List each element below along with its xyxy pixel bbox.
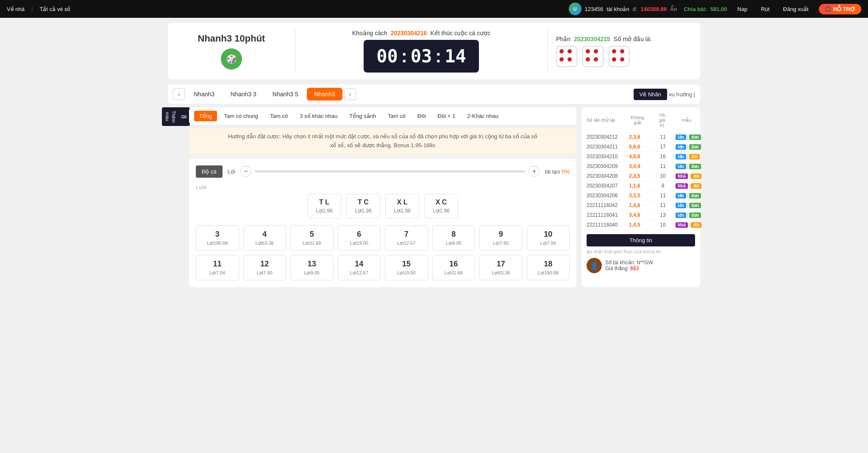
number-cell-6[interactable]: 6Lợi19.00 <box>338 225 381 251</box>
center-panel: Tổng Tam có chung Tam cô 3 số khác nhau … <box>189 107 576 287</box>
badge-type1[interactable]: lớn <box>676 193 686 199</box>
history-row: 20230304211 5,6,6 17 lớn | đơn <box>587 142 695 152</box>
thong-tin-button[interactable]: Thông tin <box>587 234 695 246</box>
tab-nhanh3-active[interactable]: Nhanh3 <box>307 88 342 101</box>
tab-prev-button[interactable]: ‹ <box>173 88 185 100</box>
avatar: U <box>569 3 581 15</box>
badge-type1[interactable]: lớn <box>676 164 686 169</box>
tab-nhanh3-5[interactable]: Nhanh3 5 <box>265 88 306 101</box>
betting-panel: Độ cá Lợi − + tái tạo 0% Lượt <box>189 159 576 287</box>
balance-prefix: đ: <box>633 6 637 12</box>
balance-amount: 140359.88 <box>641 6 667 12</box>
hidden-toggle[interactable]: Ẩn <box>670 6 677 12</box>
logout-button[interactable]: Đăng xuất <box>780 4 812 14</box>
badge-type1[interactable]: lớn <box>676 203 686 208</box>
timer-hours: 00 <box>376 46 398 67</box>
history-row: 22211116040 1,4,5 10 Nhỏ | đôi <box>587 220 695 230</box>
bet-tc[interactable]: T C Lợi1.96 <box>346 194 380 218</box>
dice-2 <box>582 46 604 67</box>
main-container: Nhanh3 10phút 🎲 Khoảng cách 20230304216 … <box>163 23 705 287</box>
ve-nhan-button[interactable]: Vẽ Nhãn <box>634 89 667 100</box>
filter-tam-co[interactable]: Tam cô <box>265 111 293 121</box>
bet-xl[interactable]: X L Lợi1.96 <box>385 194 419 218</box>
dot <box>594 49 598 53</box>
badge-type1[interactable]: lớn <box>676 144 686 150</box>
slider-track[interactable] <box>255 170 526 173</box>
badge-type1[interactable]: Nhỏ <box>676 183 688 189</box>
filter-3-so[interactable]: 3 số khác nhau <box>295 111 342 121</box>
badge-type1[interactable]: lớn <box>676 213 686 218</box>
number-cell-3[interactable]: 3Lợi190.08 <box>196 225 239 251</box>
do-ca-button[interactable]: Độ cá <box>196 165 223 178</box>
badge-type2[interactable]: đôi <box>689 154 700 159</box>
badge-type2[interactable]: đơn <box>689 213 701 218</box>
filter-doi-1[interactable]: Đôi + 1 <box>433 111 461 121</box>
badge-type2[interactable]: đơn <box>689 203 701 208</box>
badge-type1[interactable]: lớn <box>676 154 686 159</box>
ho-tro-button[interactable]: 🎧 HỖ TRỢ <box>819 4 861 14</box>
badge-type2[interactable]: đôi <box>691 173 701 179</box>
user-account: Số tài khoản: N**GW <box>605 260 653 266</box>
badge-type2[interactable]: đơn <box>689 134 701 140</box>
col-so-lan: Số lần thử lại <box>587 117 626 123</box>
number-cell-4[interactable]: 4Lợi63.36 <box>243 225 287 251</box>
content-row: 8 Thêmmàu Tổng Tam có chung Tam cô 3 số … <box>168 107 700 287</box>
game-tab-row: ‹ Nhanh3 Nhanh3 3 Nhanh3 5 Nhanh3 › Vẽ N… <box>168 84 700 104</box>
all-tickets-link[interactable]: Tất cả vé số <box>39 6 70 12</box>
instruction-text: Hướng dẫn đặt cược: Hãy chọn ít nhất một… <box>189 128 576 154</box>
countdown-timer: 00 : 03 : 14 <box>364 40 479 73</box>
badge-type2[interactable]: đơn <box>689 144 701 150</box>
xu-huong-label[interactable]: xu hướng | <box>669 91 695 98</box>
them-mau-button[interactable]: 8 Thêmmàu <box>162 107 189 126</box>
number-cell-16[interactable]: 16Lợi31.68 <box>432 255 476 280</box>
result-area: Phần 20230304215 Số mở đầu là: <box>556 36 692 67</box>
number-cell-7[interactable]: 7Lợi12.67 <box>385 225 428 251</box>
tai-tao-button[interactable]: tái tạo 0% <box>545 168 570 175</box>
bet-xc[interactable]: X C Lợi1.96 <box>424 194 458 218</box>
number-cell-13[interactable]: 13Lợi9.05 <box>290 255 334 280</box>
number-cell-11[interactable]: 11Lợi7.04 <box>196 255 239 280</box>
number-cell-9[interactable]: 9Lợi7.60 <box>479 225 523 251</box>
chia-bai-area: Chia bài: 581.00 <box>684 6 727 12</box>
badge-type1[interactable]: Nhỏ <box>676 173 688 179</box>
username: 123456 <box>585 6 603 12</box>
badge-type2[interactable]: đơn <box>689 193 701 199</box>
tab-nhanh3-3[interactable]: Nhanh3 3 <box>223 88 264 101</box>
badge-type1[interactable]: lớn <box>676 134 686 140</box>
user-area: U 123456 tài khoản đ: 140359.88 Ẩn <box>569 3 677 15</box>
number-cell-5[interactable]: 5Lợi31.68 <box>290 225 334 251</box>
badge-type2[interactable]: đôi <box>691 183 701 189</box>
number-cell-14[interactable]: 14Lợi12.67 <box>338 255 381 280</box>
right-panel: Số lần thử lại Khônggiải Vàgiátrị mẫu 20… <box>581 107 700 287</box>
filter-doi[interactable]: Đôi <box>412 111 431 121</box>
tab-next-button[interactable]: › <box>344 88 356 100</box>
number-cell-10[interactable]: 10Lợi7.04 <box>527 225 570 251</box>
number-cell-8[interactable]: 8Lợi9.05 <box>432 225 476 251</box>
filter-tam-co-chung[interactable]: Tam có chung <box>219 111 263 121</box>
badge-type2[interactable]: đơn <box>689 164 701 169</box>
number-cell-15[interactable]: 15Lợi19.00 <box>385 255 428 280</box>
badge-type1[interactable]: Nhỏ <box>676 222 688 228</box>
number-cell-17[interactable]: 17Lợi63.36 <box>479 255 523 280</box>
loi-label: Lợi <box>228 168 235 175</box>
filter-tong-sanh[interactable]: Tổng sảnh <box>344 111 381 121</box>
filter-tab-row: Tổng Tam có chung Tam cô 3 số khác nhau … <box>189 107 576 125</box>
number-cell-12[interactable]: 12Lợi7.60 <box>243 255 287 280</box>
slider-decrease[interactable]: − <box>240 166 251 177</box>
bet-controls: Độ cá Lợi − + tái tạo 0% <box>196 165 570 178</box>
number-cell-18[interactable]: 18Lợi190.08 <box>527 255 570 280</box>
nap-button[interactable]: Nap <box>734 4 751 14</box>
filter-tong[interactable]: Tổng <box>194 111 217 121</box>
tab-nhanh3-1[interactable]: Nhanh3 <box>186 88 222 101</box>
slider-increase[interactable]: + <box>529 166 540 177</box>
top-navigation: Về nhà | Tất cả vé số U 123456 tài khoản… <box>0 0 868 18</box>
filter-2-khac[interactable]: 2-Khác nhau <box>462 111 504 121</box>
home-link[interactable]: Về nhà <box>7 6 25 12</box>
rut-button[interactable]: Rút <box>757 4 773 14</box>
bet-tl[interactable]: T L Lợi1.96 <box>307 194 341 218</box>
dot <box>568 49 572 53</box>
col-mau: mẫu <box>678 117 695 123</box>
them-mau-label: Thêmmàu <box>164 111 177 123</box>
filter-tam-co-2[interactable]: Tam cô <box>383 111 411 121</box>
badge-type2[interactable]: đôi <box>691 222 701 228</box>
